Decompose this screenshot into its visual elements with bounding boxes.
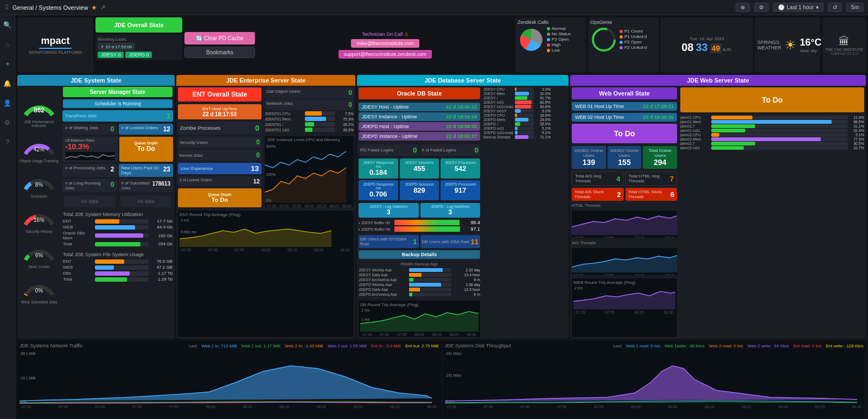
top-bar-right: ⊕ ⚙ 🕐 Last 1 hour ▾ ↺ 5m: [736, 3, 864, 12]
jdepd-host-row: JDEPD Host - Uptime 22 d 18:04:25: [359, 122, 480, 131]
db-cpu-bar-row: JDESY CPU 3.3%: [483, 87, 551, 91]
version-label: Cadence V1.3.0: [831, 52, 858, 55]
blocking-locks-label: Blocking Locks: [98, 37, 180, 42]
institute-section: 🏛 THE CNC INSTITUTE Cadence V1.3.0: [822, 17, 866, 73]
db-cpu-bars-container: JDESY CPU 3.3% JDESY Mem 31.0% JDESY / 6…: [483, 87, 551, 139]
jde-overall-section: JDE Overall State Blocking Locks ⬆ 22 d …: [95, 17, 182, 73]
add-panel-button[interactable]: ⊕: [736, 3, 750, 12]
ent-cpu-bar-row: JDENT01 / 28.2%: [265, 122, 354, 126]
weather-section: SPRINGS WEATHER ☀ 16°C clear sky: [755, 17, 820, 73]
tech-email-button[interactable]: mike@thecncinstitute.com: [351, 39, 419, 48]
db-cpu-bar-row: JDESY / 61.7%: [483, 96, 551, 100]
online-users-row: WEB01 Online Users 139 WEB02 Online User…: [570, 144, 679, 170]
jde-system-panel-header: JDE System State: [17, 75, 175, 86]
sidebar-icon-home[interactable]: ⌂: [2, 39, 13, 50]
weather-desc: clear sky: [800, 48, 821, 53]
ent-host-uptime: ENT Host UpTime 22 d 18:17:53: [178, 104, 261, 119]
svg-text:391 Mb/s: 391 Mb/s: [446, 352, 462, 355]
lb-ratio-box: LB Balance Ratio -10.3%: [62, 137, 118, 162]
weather-city: SPRINGS: [757, 40, 781, 45]
backup-bars: JDESY Weekly Age 2.33 day JDESY Daily Ag…: [359, 268, 480, 296]
disk-chart-title: JDE Systems Disk Throughput: [445, 343, 511, 348]
weather-temp: 16°C: [800, 37, 821, 48]
sidebar-icon-gear[interactable]: ⚙: [2, 117, 13, 128]
svg-marker-21: [573, 290, 675, 309]
network-jobs-box: Network Jobs 0: [265, 99, 354, 110]
new-users-box: New Users Past 30 Days 23: [119, 164, 174, 177]
sidebar-icon-user[interactable]: 👤: [2, 98, 13, 109]
web-ping-chart: WEB Round Trip Average (Ping) 2 ms 07:35…: [572, 278, 677, 337]
time-range-button[interactable]: 🕐 Last 1 hour ▾: [773, 3, 824, 12]
network-chart: JDE Systems Network Traffic Last Web 1 I…: [17, 341, 441, 419]
web-cpu-bar-row: jden02 Mem 77.3%: [680, 137, 864, 141]
html-hog-box: Total HTML Hog Threads 7: [626, 172, 678, 186]
grid-icon: ⠿: [4, 4, 9, 11]
breadcrumb: General / Systems Overview: [12, 4, 88, 11]
sidebar-icon-question[interactable]: ?: [2, 137, 13, 148]
zendesk-section: Zendesk Calls Normal No Status P2 Open H…: [515, 17, 586, 73]
svg-marker-30: [445, 366, 857, 401]
user-experience-box: User Experience 13: [178, 163, 261, 174]
clock-display: 08 33 49 a.m.: [681, 41, 732, 54]
web-cpu-bar-row: jden01 /u01 22.4%: [680, 129, 864, 132]
network-chart-title: JDE Systems Network Traffic: [20, 343, 82, 348]
svg-text:150%: 150%: [266, 173, 276, 176]
clear-pd-cache-button[interactable]: 🔄 Clear PD Cache: [184, 32, 255, 45]
clock-ampm: a.m.: [723, 47, 732, 52]
lb-value: -10.3%: [65, 142, 115, 151]
db-cpu-bar-row: Backup Storage 71.1%: [483, 135, 551, 139]
sidebar-icon-compass[interactable]: ✦: [2, 59, 13, 69]
file-title: Total JDE System File System Usage: [63, 252, 173, 257]
tech-support-button[interactable]: support@thecncinstitute.zendesk.com: [339, 50, 432, 59]
security-gauge: 16%: [20, 200, 58, 227]
db-panel: JDE Database Server State Oracle DB Stat…: [357, 75, 569, 339]
db-panel-header: JDE Database Server State: [357, 75, 569, 86]
clock-icon: 🕐: [778, 4, 784, 10]
jdesy-response-box: JDESY Response ms 0.184: [359, 158, 398, 179]
object-usage-gauge: 42%: [20, 130, 58, 157]
db-cpu-bar-row: JDESY /u01/oradata 83.8%: [483, 105, 551, 109]
settings-button[interactable]: ⚙: [754, 3, 769, 12]
ent-cpu-bars: JDENT01 CPU 7.5% JDENT01 Mem 75.3% JDENT…: [265, 111, 354, 132]
svg-text:300%: 300%: [266, 144, 276, 148]
sidebar-icon-search[interactable]: 🔍: [2, 20, 13, 30]
backup-bar-row: JDESY Archivelog Age 9 m: [359, 278, 480, 282]
jdesy-instance-row: JDESY Instance - Uptime 22 d 18:16:19: [359, 112, 480, 121]
svg-text:191 Mb/s: 191 Mb/s: [446, 373, 462, 377]
share-icon[interactable]: ↗: [100, 4, 105, 11]
rman-section: RMAN Backup Age JDESY Weekly Age 2.33 da…: [357, 260, 482, 299]
bookmarks-button[interactable]: Bookmarks: [184, 47, 255, 58]
security-users-box: Security Users 0: [178, 137, 261, 148]
svg-text:6%: 6%: [35, 252, 43, 258]
work-submitted-label: Work Submitted Jobs: [21, 300, 57, 304]
waiting-label: # of Waiting Jobs: [65, 125, 98, 133]
db-cpu-bar-row: JDEPD / 35.9%: [483, 122, 551, 126]
ais-stuck-box: Total AIS Stuck Threads 2: [572, 188, 624, 201]
db-users-row: DB Users with SYSDBA Role 1 DB Users wit…: [357, 234, 482, 249]
ent-panel: JDE Enterprise Server State ENT Overall …: [176, 75, 355, 339]
refresh-button[interactable]: ↺: [828, 3, 842, 12]
jde-overall-state-button[interactable]: JDE Overall State: [95, 17, 182, 33]
svg-text:2 ms: 2 ms: [575, 286, 583, 290]
web-overall-state: Web Overall State: [572, 87, 677, 99]
processing-jobs-box: # of Processing Jobs 2: [62, 164, 117, 177]
ais-threads-label: AIS Threads: [570, 239, 679, 246]
lb-label: LB Balance Ratio: [65, 138, 115, 142]
logo-tagline: MONITORING PLATFORM: [29, 50, 81, 55]
oracle-db-state: Oracle DB State: [359, 87, 480, 99]
db-cpu-bar-row: JDESY /u01 82.5%: [483, 100, 551, 104]
file-system-section: Total JDE System File System Usage ENT 7…: [61, 250, 175, 285]
ent-cpu-bar-row: JDENT01 CPU 7.5%: [265, 111, 354, 116]
locked-orders-box: # of Locked Orders 12: [119, 124, 174, 135]
ent-queue-todo: Queue Depth To Do: [178, 188, 261, 207]
jde-system-panel: JDE System State 862 JDE Performance Ind…: [17, 75, 175, 339]
svg-text:19.1 MiB: 19.1 MiB: [21, 376, 36, 380]
sidebar-icon-bell[interactable]: 🔔: [2, 78, 13, 89]
hog-threads-row: Total AIS Hog Threads 4 Total HTML Hog T…: [570, 170, 679, 187]
call-object-users-box: Call Object Users 0: [265, 87, 354, 98]
refresh-interval-button[interactable]: 5m: [846, 3, 864, 12]
star-icon[interactable]: ★: [91, 4, 97, 11]
performance-gauge: 862: [20, 88, 58, 118]
technician-section: Technician On Call ⚠ mike@thecncinstitut…: [257, 17, 513, 73]
svg-text:42%: 42%: [34, 147, 44, 153]
